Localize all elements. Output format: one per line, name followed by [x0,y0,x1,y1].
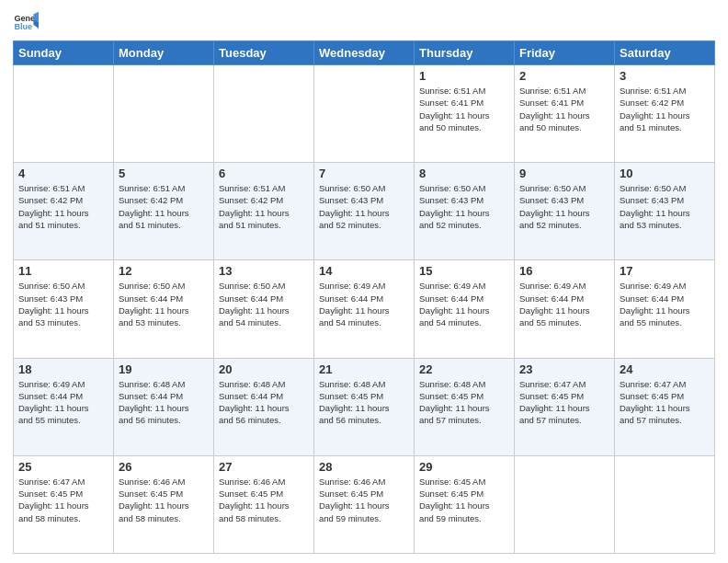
day-of-week-header: Monday [114,41,214,65]
calendar-table: SundayMondayTuesdayWednesdayThursdayFrid… [13,40,715,554]
day-info: Sunrise: 6:47 AM Sunset: 6:45 PM Dayligh… [519,378,609,427]
day-of-week-header: Wednesday [314,41,415,65]
day-number: 26 [119,460,209,474]
calendar-week-row: 25Sunrise: 6:47 AM Sunset: 6:45 PM Dayli… [14,455,715,553]
calendar-cell: 18Sunrise: 6:49 AM Sunset: 6:44 PM Dayli… [14,358,114,455]
day-info: Sunrise: 6:51 AM Sunset: 6:42 PM Dayligh… [18,182,108,231]
day-number: 28 [319,460,409,474]
day-info: Sunrise: 6:49 AM Sunset: 6:44 PM Dayligh… [620,280,710,328]
calendar-cell [615,455,715,553]
day-of-week-header: Friday [515,41,615,65]
calendar-cell: 15Sunrise: 6:49 AM Sunset: 6:44 PM Dayli… [415,260,515,358]
calendar-cell: 6Sunrise: 6:51 AM Sunset: 6:42 PM Daylig… [214,163,314,260]
calendar-cell: 10Sunrise: 6:50 AM Sunset: 6:43 PM Dayli… [615,163,715,260]
day-number: 15 [419,264,509,278]
calendar-cell: 28Sunrise: 6:46 AM Sunset: 6:45 PM Dayli… [314,455,415,553]
day-info: Sunrise: 6:49 AM Sunset: 6:44 PM Dayligh… [319,280,409,328]
day-number: 13 [219,264,309,278]
calendar-cell: 13Sunrise: 6:50 AM Sunset: 6:44 PM Dayli… [214,260,314,358]
calendar-header-row: SundayMondayTuesdayWednesdayThursdayFrid… [14,41,715,65]
calendar-cell: 11Sunrise: 6:50 AM Sunset: 6:43 PM Dayli… [14,260,114,358]
day-info: Sunrise: 6:48 AM Sunset: 6:45 PM Dayligh… [419,378,509,427]
calendar-cell [114,65,214,163]
calendar-cell: 25Sunrise: 6:47 AM Sunset: 6:45 PM Dayli… [14,455,114,553]
day-info: Sunrise: 6:47 AM Sunset: 6:45 PM Dayligh… [18,476,108,524]
day-number: 11 [18,264,108,278]
day-info: Sunrise: 6:50 AM Sunset: 6:43 PM Dayligh… [519,182,609,231]
day-number: 27 [219,460,309,474]
calendar-cell: 21Sunrise: 6:48 AM Sunset: 6:45 PM Dayli… [314,358,415,455]
day-number: 21 [319,362,409,376]
day-number: 10 [620,167,710,180]
day-number: 4 [18,167,108,180]
calendar-cell: 23Sunrise: 6:47 AM Sunset: 6:45 PM Dayli… [515,358,615,455]
calendar-cell: 1Sunrise: 6:51 AM Sunset: 6:41 PM Daylig… [415,65,515,163]
day-info: Sunrise: 6:51 AM Sunset: 6:42 PM Dayligh… [119,182,209,231]
day-number: 1 [419,69,509,83]
logo: General Blue [13,9,39,35]
day-info: Sunrise: 6:49 AM Sunset: 6:44 PM Dayligh… [18,378,108,427]
day-number: 22 [419,362,509,376]
calendar-cell: 2Sunrise: 6:51 AM Sunset: 6:41 PM Daylig… [515,65,615,163]
day-number: 7 [319,167,409,180]
calendar-cell: 16Sunrise: 6:49 AM Sunset: 6:44 PM Dayli… [515,260,615,358]
calendar-cell: 12Sunrise: 6:50 AM Sunset: 6:44 PM Dayli… [114,260,214,358]
day-number: 25 [18,460,108,474]
header: General Blue [13,9,715,35]
day-of-week-header: Sunday [14,41,114,65]
svg-text:Blue: Blue [14,22,32,31]
calendar-cell: 7Sunrise: 6:50 AM Sunset: 6:43 PM Daylig… [314,163,415,260]
day-info: Sunrise: 6:46 AM Sunset: 6:45 PM Dayligh… [319,476,409,524]
day-info: Sunrise: 6:50 AM Sunset: 6:43 PM Dayligh… [18,280,108,328]
day-info: Sunrise: 6:48 AM Sunset: 6:45 PM Dayligh… [319,378,409,427]
day-number: 8 [419,167,509,180]
day-info: Sunrise: 6:50 AM Sunset: 6:43 PM Dayligh… [319,182,409,231]
calendar-cell: 19Sunrise: 6:48 AM Sunset: 6:44 PM Dayli… [114,358,214,455]
day-number: 24 [620,362,710,376]
calendar-cell: 29Sunrise: 6:45 AM Sunset: 6:45 PM Dayli… [415,455,515,553]
day-number: 2 [519,69,609,83]
day-info: Sunrise: 6:49 AM Sunset: 6:44 PM Dayligh… [419,280,509,328]
calendar-cell: 4Sunrise: 6:51 AM Sunset: 6:42 PM Daylig… [14,163,114,260]
day-number: 16 [519,264,609,278]
day-info: Sunrise: 6:51 AM Sunset: 6:42 PM Dayligh… [620,85,710,133]
calendar-cell: 3Sunrise: 6:51 AM Sunset: 6:42 PM Daylig… [615,65,715,163]
day-info: Sunrise: 6:51 AM Sunset: 6:42 PM Dayligh… [219,182,309,231]
day-number: 12 [119,264,209,278]
day-info: Sunrise: 6:50 AM Sunset: 6:43 PM Dayligh… [620,182,710,231]
day-info: Sunrise: 6:46 AM Sunset: 6:45 PM Dayligh… [219,476,309,524]
page: General Blue SundayMondayTuesdayWednesda… [0,0,728,563]
day-info: Sunrise: 6:45 AM Sunset: 6:45 PM Dayligh… [419,476,509,524]
day-number: 9 [519,167,609,180]
calendar-cell: 8Sunrise: 6:50 AM Sunset: 6:43 PM Daylig… [415,163,515,260]
day-info: Sunrise: 6:46 AM Sunset: 6:45 PM Dayligh… [119,476,209,524]
day-number: 14 [319,264,409,278]
day-of-week-header: Thursday [415,41,515,65]
calendar-cell [214,65,314,163]
calendar-cell: 26Sunrise: 6:46 AM Sunset: 6:45 PM Dayli… [114,455,214,553]
day-of-week-header: Tuesday [214,41,314,65]
day-number: 20 [219,362,309,376]
day-info: Sunrise: 6:51 AM Sunset: 6:41 PM Dayligh… [519,85,609,133]
calendar-cell: 22Sunrise: 6:48 AM Sunset: 6:45 PM Dayli… [415,358,515,455]
day-number: 18 [18,362,108,376]
calendar-week-row: 11Sunrise: 6:50 AM Sunset: 6:43 PM Dayli… [14,260,715,358]
calendar-cell: 24Sunrise: 6:47 AM Sunset: 6:45 PM Dayli… [615,358,715,455]
calendar-cell [14,65,114,163]
calendar-cell: 17Sunrise: 6:49 AM Sunset: 6:44 PM Dayli… [615,260,715,358]
calendar-cell [314,65,415,163]
day-info: Sunrise: 6:50 AM Sunset: 6:44 PM Dayligh… [219,280,309,328]
calendar-cell: 9Sunrise: 6:50 AM Sunset: 6:43 PM Daylig… [515,163,615,260]
day-number: 23 [519,362,609,376]
day-number: 3 [620,69,710,83]
calendar-cell: 20Sunrise: 6:48 AM Sunset: 6:44 PM Dayli… [214,358,314,455]
calendar-week-row: 1Sunrise: 6:51 AM Sunset: 6:41 PM Daylig… [14,65,715,163]
generalblue-logo-icon: General Blue [13,9,39,35]
day-info: Sunrise: 6:49 AM Sunset: 6:44 PM Dayligh… [519,280,609,328]
calendar-cell: 5Sunrise: 6:51 AM Sunset: 6:42 PM Daylig… [114,163,214,260]
day-number: 6 [219,167,309,180]
day-info: Sunrise: 6:50 AM Sunset: 6:44 PM Dayligh… [119,280,209,328]
day-of-week-header: Saturday [615,41,715,65]
day-number: 29 [419,460,509,474]
calendar-week-row: 18Sunrise: 6:49 AM Sunset: 6:44 PM Dayli… [14,358,715,455]
